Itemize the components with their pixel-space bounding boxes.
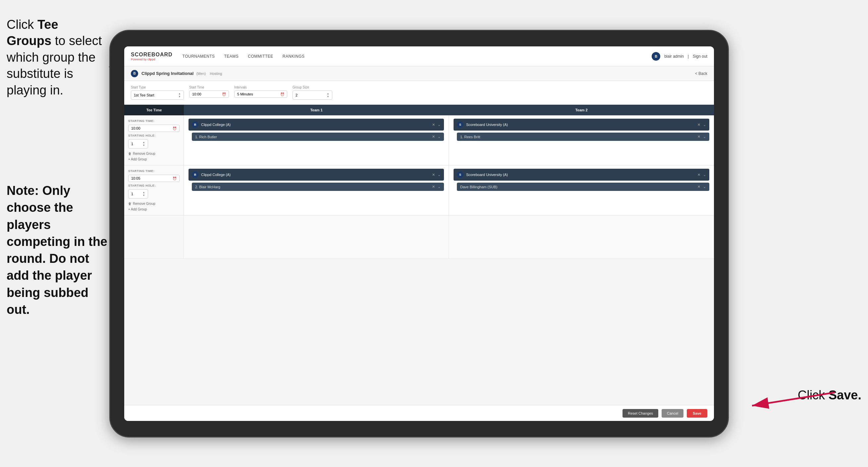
footer-bar: Reset Changes Cancel Save [124,405,714,421]
team1-badge-2: B [192,171,198,178]
player2-name-1: 1. Rees Britt [460,135,480,139]
remove-group-btn-1[interactable]: 🗑 Remove Group [128,152,180,155]
start-type-input[interactable]: 1st Tee Start ▲▼ [131,90,184,100]
start-type-stepper[interactable]: ▲▼ [178,92,181,98]
nav-rankings[interactable]: RANKINGS [283,53,305,60]
nav-teams[interactable]: TEAMS [224,53,239,60]
reset-changes-button[interactable]: Reset Changes [622,409,658,418]
player2-entry-2[interactable]: Dave Billingham (SUB) ✕ ⌄ [457,183,709,191]
instruction-note: Note: Only choose the players competing … [0,176,119,325]
group-size-input[interactable]: 2 ▲▼ [292,90,332,100]
starting-hole-input-1[interactable]: 1 ▲▼ [128,139,148,148]
col-team2: Team 2 [449,105,714,115]
starting-time-label-2: STARTING TIME: [128,169,180,173]
player1-name-1: 1. Rich Butler [195,135,217,139]
player1-name-2: 2. Blair McHarg [195,185,220,189]
cancel-button[interactable]: Cancel [661,409,683,418]
save-button[interactable]: Save [687,409,707,418]
start-type-label: Start Type [131,86,184,89]
setting-group-size: Group Size 2 ▲▼ [292,86,332,100]
tee-time-cell-1: STARTING TIME: 10:00 ⏰ STARTING HOLE: 1 … [124,115,184,165]
team1-entry-1[interactable]: B Clippd College (A) ✕ ⌄ [188,119,444,130]
add-group-btn-1[interactable]: + Add Group [128,157,180,161]
logo-sub: Powered by clippd [131,58,173,61]
team1-name-1: Clippd College (A) [201,123,230,126]
click-save-text: Click Save. [798,388,861,402]
team2-badge-2: S [457,171,464,178]
logo-title: SCOREBOARD [131,52,173,58]
tablet-shell: SCOREBOARD Powered by clippd TOURNAMENTS… [109,30,729,438]
setting-start-type: Start Type 1st Tee Start ▲▼ [131,86,184,100]
intervals-label: Intervals [234,86,287,89]
table-header: Tee Time Team 1 Team 2 [124,105,714,115]
tee-group-row: STARTING TIME: 10:00 ⏰ STARTING HOLE: 1 … [124,115,714,166]
col-team1: Team 1 [184,105,449,115]
nav-right: B blair admin | Sign out [652,52,707,61]
tournament-subtitle: (Men) [196,71,206,76]
group-size-stepper[interactable]: ▲▼ [327,92,329,98]
player1-entry-2[interactable]: 2. Blair McHarg ✕ ⌄ [192,183,444,191]
start-time-input[interactable]: 10:00 ⏰ [189,90,229,98]
team2-name-2: Scoreboard University (A) [466,173,508,177]
team1-entry-2[interactable]: B Clippd College (A) ✕ ⌄ [188,169,444,181]
top-nav: SCOREBOARD Powered by clippd TOURNAMENTS… [124,47,714,66]
group-size-label: Group Size [292,86,332,89]
tablet-screen: SCOREBOARD Powered by clippd TOURNAMENTS… [124,47,714,421]
sign-out-link[interactable]: Sign out [693,54,707,59]
team2-entry-2[interactable]: S Scoreboard University (A) ✕ ⌄ [454,169,709,181]
starting-hole-label-1: STARTING HOLE: [128,134,180,137]
user-avatar: B [652,52,660,61]
team1-name-2: Clippd College (A) [201,173,230,177]
tee-groups-scroll[interactable]: STARTING TIME: 10:00 ⏰ STARTING HOLE: 1 … [124,115,714,405]
team2-cell-1: S Scoreboard University (A) ✕ ⌄ 1. Rees … [449,115,714,165]
user-label: blair admin [664,54,684,59]
add-group-btn-2[interactable]: + Add Group [128,207,180,211]
sub-header-badge: B [131,70,138,77]
player2-name-2: Dave Billingham (SUB) [460,185,497,189]
setting-start-time: Start Time 10:00 ⏰ [189,86,229,100]
instruction-top: Click Tee Groups to select which group t… [0,10,109,105]
sub-header: B Clippd Spring Invitational (Men) Hosti… [124,66,714,81]
team2-cell-2: S Scoreboard University (A) ✕ ⌄ Dave Bil… [449,166,714,215]
start-time-label: Start Time [189,86,229,89]
starting-time-input-2[interactable]: 10:05 ⏰ [128,175,180,182]
player1-entry-1[interactable]: 1. Rich Butler ✕ ⌄ [192,133,444,141]
starting-time-label-1: STARTING TIME: [128,119,180,123]
content-area: STARTING TIME: 10:00 ⏰ STARTING HOLE: 1 … [124,115,714,405]
team2-entry-1[interactable]: S Scoreboard University (A) ✕ ⌄ [454,119,709,130]
starting-hole-label-2: STARTING HOLE: [128,184,180,187]
starting-hole-input-2[interactable]: 1 ▲▼ [128,189,148,199]
player2-entry-1[interactable]: 1. Rees Britt ✕ ⌄ [457,133,709,141]
tee-groups-bold: Tee Groups [7,18,58,48]
tee-time-cell-2: STARTING TIME: 10:05 ⏰ STARTING HOLE: 1 … [124,166,184,215]
team2-controls-2[interactable]: ✕ ⌄ [698,173,706,177]
nav-tournaments[interactable]: TOURNAMENTS [183,53,215,60]
tee-group-row-3 [124,215,714,259]
remove-group-btn-2[interactable]: 🗑 Remove Group [128,202,180,205]
team2-badge-1: S [457,121,464,128]
team1-controls-1[interactable]: ✕ ⌄ [432,123,441,127]
intervals-input[interactable]: 5 Minutes ⏰ [234,90,287,98]
nav-items: TOURNAMENTS TEAMS COMMITTEE RANKINGS [183,53,652,60]
settings-row: Start Type 1st Tee Start ▲▼ Start Time 1… [124,81,714,105]
team2-controls-1[interactable]: ✕ ⌄ [698,123,706,127]
team1-controls-2[interactable]: ✕ ⌄ [432,173,441,177]
team1-badge-1: B [192,121,198,128]
logo-area: SCOREBOARD Powered by clippd [131,52,173,61]
team1-cell-2: B Clippd College (A) ✕ ⌄ 2. Blair McHarg [184,166,449,215]
nav-committee[interactable]: COMMITTEE [248,53,273,60]
team2-name-1: Scoreboard University (A) [466,123,508,126]
back-button[interactable]: < Back [695,71,707,76]
setting-intervals: Intervals 5 Minutes ⏰ [234,86,287,100]
tee-group-row-2: STARTING TIME: 10:05 ⏰ STARTING HOLE: 1 … [124,166,714,215]
team1-cell-1: B Clippd College (A) ✕ ⌄ 1. Rich Butler [184,115,449,165]
starting-time-input-1[interactable]: 10:00 ⏰ [128,125,180,132]
tournament-title: Clippd Spring Invitational [142,71,193,76]
hosting-label: Hosting [210,71,222,76]
col-tee-time: Tee Time [124,105,184,115]
